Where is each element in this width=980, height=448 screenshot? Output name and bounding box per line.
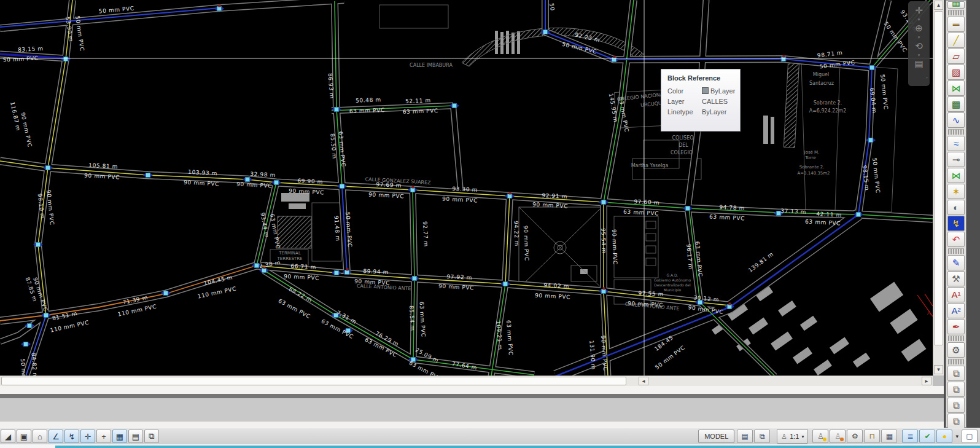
design-graph-tool-button[interactable]: ✎: [947, 255, 965, 270]
annotation-scale-control[interactable]: ♙ 1:1 ▾: [777, 429, 808, 444]
drafting-toggles: ◢▣⌂∠↯✛+▦▤⧉: [9, 430, 160, 443]
command-window-splitter[interactable]: [0, 394, 944, 398]
window-4-tool-button[interactable]: ⧉: [947, 414, 965, 429]
drawing-standards-button[interactable]: ≣: [902, 430, 918, 443]
scroll-up-button[interactable]: ▲: [934, 1, 943, 10]
clean-screen-button[interactable]: ▢: [962, 430, 978, 443]
polygon-tool-button[interactable]: ▱: [947, 49, 965, 64]
snap-toggle[interactable]: ▣: [17, 430, 31, 443]
valve-green-tool-button[interactable]: ⋈: [947, 168, 965, 183]
map-text-label: Martha Yaselga: [631, 163, 669, 168]
dynamic-input-toggle[interactable]: ↯: [64, 430, 79, 443]
right-toolbar-dock: ▦═╱▱▨⋈▩∿≈⊸⋈✶◐↯↶✎⚒A¹A²✒⚙⧉⧉⧉⧉: [944, 0, 980, 428]
status-badge: [823, 438, 826, 441]
pan-hand-icon[interactable]: ✛: [915, 4, 923, 17]
annotation-autoscale-button[interactable]: ♙: [830, 430, 846, 443]
otrack-toggle[interactable]: +: [96, 430, 111, 443]
node-a1-tool-button[interactable]: A¹: [947, 287, 965, 302]
vertical-scrollbar-thumb[interactable]: [934, 11, 943, 345]
water-network-toolbar: ▦═╱▱▨⋈▩∿≈⊸⋈✶◐↯↶✎⚒A¹A²✒⚙⧉⧉⧉⧉: [946, 0, 966, 428]
navbar-menu-icon[interactable]: ◦: [926, 74, 928, 81]
workspace-switching-button[interactable]: ⚙: [847, 430, 863, 443]
image-tool-button[interactable]: ▦: [947, 1, 965, 9]
horizontal-scrollbar-thumb[interactable]: [1, 377, 626, 385]
undo-tool-button[interactable]: ↶: [947, 232, 965, 247]
hatch-polygon-tool-button[interactable]: ▨: [947, 65, 965, 80]
toolbar-lock-button[interactable]: ⊓: [864, 430, 880, 443]
layout-button[interactable]: ⧉: [754, 430, 770, 443]
status-right-icons: ♙♙⚙⊓▦: [812, 430, 898, 443]
edit-pencil-tool-button[interactable]: ✒: [947, 319, 965, 334]
map-text-label: COLISEO: [672, 135, 693, 141]
window-2-tool-button[interactable]: ⧉: [947, 382, 965, 397]
navbar-flyout-caret-icon[interactable]: ▾: [918, 35, 920, 39]
toolbar-grip-handle[interactable]: [948, 10, 964, 15]
pipe-label: 52.11 m: [405, 97, 431, 104]
edit-pick-tool-button[interactable]: ╱: [947, 33, 965, 48]
map-text-label: Torre: [804, 155, 815, 160]
status-menu-caret-icon[interactable]: ▾: [955, 433, 959, 439]
scroll-down-button[interactable]: ▼: [934, 365, 943, 374]
ortho-toggle[interactable]: ∠: [49, 430, 63, 443]
drawing-canvas[interactable]: 50 mm PVC83.15 m50 mm PVC53.90 m50 mm PV…: [0, 0, 933, 375]
valve-tool-button[interactable]: ⋈: [947, 81, 965, 96]
annotation-scale-caret-icon[interactable]: ▾: [801, 434, 804, 439]
horizontal-scrollbar[interactable]: ◄ ►: [0, 375, 933, 386]
pipe-tool-button[interactable]: ═: [947, 17, 965, 32]
command-input-strip[interactable]: [0, 422, 944, 428]
building-hatched: [278, 216, 311, 248]
quick-properties-toggle[interactable]: ▤: [128, 430, 143, 443]
trusted-source-button[interactable]: ✔: [919, 430, 935, 443]
pipe-network-map: 50 mm PVC83.15 m50 mm PVC53.90 m50 mm PV…: [0, 0, 933, 375]
selection-cycling-toggle[interactable]: ⧉: [144, 430, 159, 443]
toolbar-grip-handle[interactable]: [948, 129, 964, 135]
showmotion-icon[interactable]: ▤: [914, 57, 923, 71]
transparency-toggle[interactable]: ▦: [112, 430, 127, 443]
zoom-icon[interactable]: ⊕: [915, 22, 923, 35]
map-text-label: TERMINAL: [278, 251, 301, 256]
map-text-label: COLEGIO: [671, 150, 693, 155]
isolate-objects-button[interactable]: ●: [936, 430, 952, 443]
infer-constraints-toggle[interactable]: ◢: [1, 430, 15, 443]
settings-tool-button[interactable]: ⚙: [947, 342, 965, 358]
object-snap-3d-toggle[interactable]: ⌂: [33, 430, 47, 443]
navbar-flyout-caret-icon[interactable]: ▾: [918, 17, 920, 22]
annotation-visibility-button[interactable]: ♙: [812, 430, 828, 443]
window-1-tool-button[interactable]: ⧉: [947, 366, 965, 381]
results-chart-tool-button[interactable]: ✶: [947, 184, 965, 199]
survey-tool-button[interactable]: ⚒: [947, 271, 965, 286]
node-a2-tool-button[interactable]: A²: [947, 303, 965, 318]
toolbar-grip-handle[interactable]: [948, 336, 964, 341]
scroll-right-button[interactable]: ►: [922, 377, 931, 385]
hardware-acceleration-button[interactable]: ▦: [881, 430, 897, 443]
compute-tool-button[interactable]: ↯: [947, 216, 965, 231]
pipe-label: 63 mm PVC: [403, 108, 438, 115]
panel-gap: [0, 386, 944, 394]
svg-text:A: A: [927, 310, 931, 316]
command-line-area[interactable]: [0, 398, 944, 422]
profile-chart-tool-button[interactable]: ∿: [947, 112, 965, 128]
map-text-label: Descentralizado del: [654, 283, 691, 287]
pipe-flow-tool-button[interactable]: ≈: [947, 136, 965, 151]
model-button[interactable]: MODEL: [698, 430, 734, 443]
orbit-icon[interactable]: ⟲: [915, 39, 923, 53]
taskbar-edge: [55, 446, 980, 448]
osnap-toggle[interactable]: ✛: [80, 430, 95, 443]
map-text-label: DEL: [679, 143, 688, 148]
window-3-tool-button[interactable]: ⧉: [947, 398, 965, 413]
navigation-bar[interactable]: ✛▾⊕▾⟲▾▤◦: [908, 1, 930, 86]
map-text-label: José M.: [804, 150, 820, 155]
toolbar-grip-handle[interactable]: [948, 248, 964, 254]
image-edit-tool-button[interactable]: ▩: [947, 96, 965, 112]
model-space-button[interactable]: ▤: [737, 430, 753, 443]
scroll-left-button[interactable]: ◄: [639, 377, 648, 385]
toolbar-grip-handle[interactable]: [948, 359, 964, 364]
pump-tool-button[interactable]: ◐: [947, 200, 965, 215]
faucet-tool-button[interactable]: ⊸: [947, 152, 965, 167]
block-reference-tooltip: Block Reference Color ByLayer Layer CALL…: [661, 69, 741, 132]
tooltip-row-linetype: Linetype ByLayer: [661, 106, 740, 117]
map-text-label: Sobrante 2.: [814, 100, 842, 106]
map-text-label: G.A.D.: [667, 273, 679, 277]
navbar-flyout-caret-icon[interactable]: ▾: [918, 53, 920, 57]
vertical-scrollbar[interactable]: ▲ ▼: [933, 0, 944, 375]
